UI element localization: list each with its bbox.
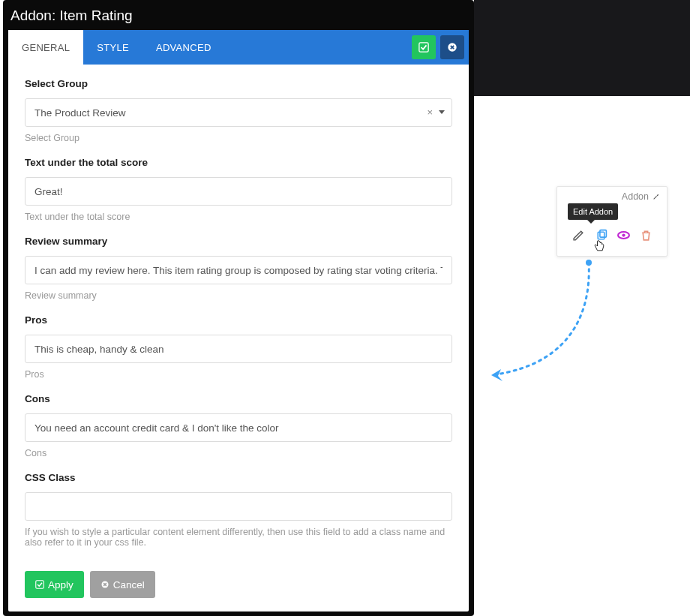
help-cons: Cons — [25, 448, 452, 458]
help-score-text: Text under the total score — [25, 212, 452, 222]
svg-rect-2 — [36, 581, 44, 589]
label-select-group: Select Group — [25, 78, 452, 89]
footer-buttons: Apply Cancel — [8, 571, 469, 611]
toolbar-header: Addon — [557, 187, 667, 202]
eye-icon — [617, 229, 630, 242]
css-input[interactable] — [25, 492, 452, 521]
group-select-group: Select Group × Select Group — [25, 78, 452, 143]
addon-toolbar-panel: Addon Edit Addon — [556, 186, 668, 257]
group-css: CSS Class If you wish to style a particu… — [25, 472, 452, 548]
svg-rect-0 — [419, 43, 428, 52]
summary-input[interactable] — [25, 256, 452, 284]
tabbar-apply-button[interactable] — [412, 35, 436, 59]
tab-advanced[interactable]: ADVANCED — [142, 30, 225, 65]
wrench-icon[interactable] — [652, 192, 661, 201]
modal-title: Addon: Item Rating — [3, 0, 474, 30]
arrow-annotation — [480, 259, 600, 386]
toolbar-label: Addon — [622, 191, 649, 202]
cancel-label: Cancel — [113, 579, 145, 590]
edit-addon-tooltip: Edit Addon — [568, 203, 618, 220]
apply-button[interactable]: Apply — [25, 571, 84, 598]
background-strip — [474, 0, 690, 96]
label-score-text: Text under the total score — [25, 157, 452, 168]
addon-modal: Addon: Item Rating GENERAL STYLE ADVANCE… — [3, 0, 474, 616]
cons-input[interactable] — [25, 413, 452, 442]
svg-point-7 — [622, 233, 625, 236]
check-icon — [418, 42, 429, 53]
caret-down-icon[interactable] — [439, 110, 445, 114]
help-css: If you wish to style a particular conten… — [25, 527, 452, 548]
pencil-icon — [572, 229, 585, 242]
pros-input[interactable] — [25, 335, 452, 363]
help-pros: Pros — [25, 369, 452, 380]
toolbar-tools — [557, 229, 667, 242]
check-icon — [35, 580, 44, 589]
group-summary: Review summary Review summary — [25, 236, 452, 301]
group-score-text: Text under the total score Text under th… — [25, 157, 452, 222]
apply-label: Apply — [48, 579, 74, 590]
cancel-button[interactable]: Cancel — [90, 571, 155, 598]
tab-style[interactable]: STYLE — [83, 30, 142, 65]
tab-bar: GENERAL STYLE ADVANCED — [8, 30, 469, 65]
close-circle-icon — [100, 580, 110, 589]
label-cons: Cons — [25, 393, 452, 404]
label-summary: Review summary — [25, 236, 452, 247]
delete-tool[interactable] — [640, 229, 652, 242]
hand-cursor-icon — [592, 238, 607, 254]
edit-tool[interactable] — [572, 229, 585, 242]
trash-icon — [640, 229, 652, 242]
select-group-input[interactable] — [25, 98, 452, 127]
visibility-tool[interactable] — [617, 229, 630, 242]
close-circle-icon — [447, 42, 458, 53]
help-select-group: Select Group — [25, 133, 452, 143]
label-css: CSS Class — [25, 472, 452, 483]
group-cons: Cons Cons — [25, 393, 452, 458]
tabbar-cancel-button[interactable] — [440, 35, 464, 59]
help-summary: Review summary — [25, 290, 452, 301]
svg-point-8 — [586, 260, 592, 266]
score-text-input[interactable] — [25, 177, 452, 206]
tab-general[interactable]: GENERAL — [8, 30, 83, 65]
svg-rect-5 — [599, 230, 606, 238]
group-pros: Pros Pros — [25, 314, 452, 380]
modal-body: GENERAL STYLE ADVANCED Select Group × Se… — [8, 30, 469, 611]
label-pros: Pros — [25, 314, 452, 326]
form-area: Select Group × Select Group Text under t… — [8, 65, 469, 571]
select-clear-icon[interactable]: × — [427, 107, 433, 118]
